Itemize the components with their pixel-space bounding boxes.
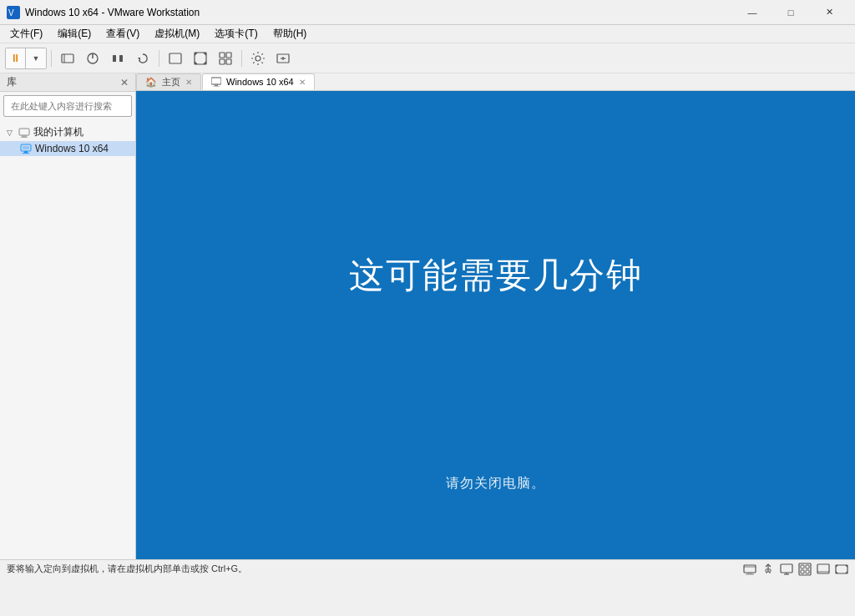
tab-vm[interactable]: Windows 10 x64 ✕	[202, 73, 315, 90]
my-computer-label: 我的计算机	[33, 125, 83, 139]
pause-button[interactable]: ⏸	[6, 48, 26, 69]
send-ctrl-alt-del[interactable]	[56, 47, 79, 70]
svg-rect-31	[213, 86, 220, 87]
svg-rect-35	[746, 573, 754, 574]
svg-rect-9	[169, 53, 181, 63]
close-button[interactable]: ✕	[810, 0, 848, 25]
svg-rect-12	[226, 53, 231, 58]
status-bar: 要将输入定向到虚拟机，请在虚拟机内部单击或按 Ctrl+G。	[0, 559, 855, 578]
stretch-view-button[interactable]	[271, 47, 295, 70]
power-on-button[interactable]	[81, 47, 104, 70]
tab-home-label: 主页	[162, 76, 180, 88]
svg-rect-2	[62, 54, 73, 63]
svg-rect-46	[806, 565, 809, 568]
status-text: 要将输入定向到虚拟机，请在虚拟机内部单击或按 Ctrl+G。	[7, 563, 247, 575]
home-icon: 🏠	[145, 77, 157, 88]
maximize-button[interactable]: □	[772, 0, 810, 25]
svg-rect-29	[211, 78, 221, 84]
tab-home-close[interactable]: ✕	[185, 78, 192, 87]
svg-rect-14	[226, 59, 231, 64]
status-usb-icon[interactable]	[761, 563, 775, 576]
svg-rect-40	[781, 564, 792, 573]
svg-rect-45	[801, 570, 804, 573]
toolbar: ⏸ ▼	[0, 43, 855, 73]
svg-rect-26	[24, 151, 28, 153]
svg-point-15	[255, 56, 261, 61]
tab-home[interactable]: 🏠 主页 ✕	[136, 73, 201, 90]
svg-rect-34	[747, 573, 752, 574]
tab-vm-label: Windows 10 x64	[226, 77, 294, 87]
svg-rect-32	[744, 565, 756, 573]
svg-rect-7	[119, 55, 123, 62]
status-network-icon[interactable]	[743, 563, 756, 576]
svg-rect-28	[23, 146, 29, 149]
svg-rect-30	[215, 84, 218, 86]
svg-rect-10	[195, 53, 206, 64]
expand-icon: ▽	[7, 129, 15, 137]
vm-tab-icon	[211, 77, 221, 87]
svg-rect-47	[806, 570, 809, 573]
window-controls: — □ ✕	[733, 0, 848, 25]
menu-edit[interactable]: 编辑(E)	[51, 25, 98, 43]
status-display-icon[interactable]	[780, 563, 793, 576]
sidebar-close-button[interactable]: ✕	[120, 77, 129, 88]
computer-icon	[18, 127, 30, 139]
menu-file[interactable]: 文件(F)	[3, 25, 49, 43]
svg-rect-6	[113, 55, 116, 62]
status-right-icons	[743, 563, 848, 576]
window-title: Windows 10 x64 - VMware Workstation	[25, 7, 733, 18]
vmware-icon: V	[7, 6, 20, 19]
fullscreen-button[interactable]	[189, 47, 212, 70]
status-vm-display-icon[interactable]	[817, 563, 830, 576]
minimize-button[interactable]: —	[733, 0, 772, 25]
svg-rect-27	[23, 153, 29, 154]
pause-dropdown[interactable]: ▼	[26, 48, 46, 69]
menu-bar: 文件(F) 编辑(E) 查看(V) 虚拟机(M) 选项卡(T) 帮助(H)	[0, 25, 855, 43]
vm-icon	[20, 143, 32, 154]
sidebar-tree: ▽ 我的计算机 Windows 10 x64	[0, 120, 135, 559]
suspend-button[interactable]	[106, 47, 129, 70]
menu-vm[interactable]: 虚拟机(M)	[148, 25, 206, 43]
settings-button[interactable]	[246, 47, 270, 70]
svg-rect-11	[220, 53, 225, 58]
menu-view[interactable]: 查看(V)	[99, 25, 146, 43]
vm-screen[interactable]: 这可能需要几分钟 请勿关闭电脑。	[136, 91, 855, 559]
main-layout: 库 ✕ ▽ 我的计算机	[0, 73, 855, 559]
status-audio-icon[interactable]	[798, 563, 812, 576]
unity-view-button[interactable]	[214, 47, 237, 70]
vm-sub-text: 请勿关闭电脑。	[446, 475, 545, 492]
normal-view-button[interactable]	[164, 47, 187, 70]
vm-area: 🏠 主页 ✕ Windows 10 x64 ✕ 这可能需要几分钟 请勿关闭电脑。	[136, 73, 855, 559]
status-stretch-icon[interactable]	[835, 563, 848, 576]
menu-tabs[interactable]: 选项卡(T)	[208, 25, 264, 43]
pause-button-group: ⏸ ▼	[5, 48, 47, 69]
svg-rect-13	[220, 59, 225, 64]
svg-rect-23	[22, 135, 27, 137]
restart-button[interactable]	[131, 47, 154, 70]
svg-rect-50	[836, 565, 847, 573]
sidebar-search-box[interactable]	[3, 95, 132, 117]
svg-rect-44	[801, 565, 804, 568]
svg-text:V: V	[8, 8, 14, 18]
tab-vm-close[interactable]: ✕	[299, 78, 306, 87]
vm-label: Windows 10 x64	[35, 143, 109, 154]
tab-bar: 🏠 主页 ✕ Windows 10 x64 ✕	[136, 73, 855, 91]
title-bar: V Windows 10 x64 - VMware Workstation — …	[0, 0, 855, 25]
sidebar-item-windows10[interactable]: Windows 10 x64	[0, 141, 135, 156]
sidebar-title: 库	[7, 75, 17, 89]
menu-help[interactable]: 帮助(H)	[266, 25, 314, 43]
vm-main-text: 这可能需要几分钟	[349, 252, 643, 299]
svg-rect-24	[21, 137, 28, 138]
sidebar-item-my-computer[interactable]: ▽ 我的计算机	[0, 124, 135, 141]
search-input[interactable]	[11, 101, 126, 111]
svg-rect-22	[19, 129, 29, 135]
sidebar-header: 库 ✕	[0, 73, 135, 92]
sidebar: 库 ✕ ▽ 我的计算机	[0, 73, 136, 559]
